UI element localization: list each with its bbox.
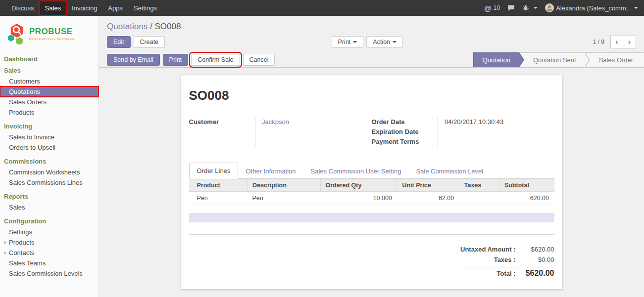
notes-section-strip: [189, 213, 554, 222]
untaxed-amount-value: $620.00: [516, 246, 554, 253]
sidebar-item-label: Products: [9, 239, 34, 246]
print-dropdown[interactable]: Print: [332, 36, 364, 48]
column-ordered-qty: Ordered Qty: [320, 179, 397, 192]
avatar: [545, 3, 554, 12]
sidebar-heading-invoicing[interactable]: Invoicing: [0, 121, 99, 132]
tab-sale-commission-level[interactable]: Sale Commission Level: [408, 164, 491, 179]
sidebar-item-reports-sales[interactable]: Sales: [0, 202, 99, 212]
table-row[interactable]: Pen Pen 10.000 62.00 620.00: [189, 192, 554, 205]
logo-subtitle: PROFESSIONAL BUSINESS: [29, 38, 74, 41]
tab-other-information[interactable]: Other Information: [238, 164, 303, 179]
section-separator: [189, 234, 554, 237]
user-menu[interactable]: Alexandra (Sales_comm..: [545, 3, 638, 12]
order-date-value: 04/20/2017 10:30:43: [438, 117, 554, 127]
create-button[interactable]: Create: [134, 36, 165, 48]
expiration-date-label: Expiration Date: [372, 127, 438, 137]
main-content: Quotations / SO008 Edit Create Print Act…: [99, 16, 644, 297]
sidebar-heading-reports[interactable]: Reports: [0, 191, 99, 202]
sidebar-item-settings[interactable]: Settings: [0, 227, 99, 237]
chevron-down-icon: [534, 7, 538, 9]
sidebar-item-sales-commissions-lines[interactable]: Sales Commissions Lines: [0, 177, 99, 188]
pager-next-button[interactable]: ›: [623, 36, 636, 48]
chevron-down-icon: [353, 41, 357, 43]
sidebar-item-config-products[interactable]: Products: [0, 237, 99, 248]
total-label: Total :: [496, 270, 515, 277]
sidebar-item-sales-teams[interactable]: Sales Teams: [0, 258, 99, 268]
customer-value[interactable]: Jackpson: [255, 117, 372, 147]
status-quotation[interactable]: Quotation: [473, 52, 519, 67]
taxes-value: $0.00: [516, 256, 554, 263]
action-dropdown[interactable]: Action: [366, 36, 403, 48]
breadcrumb-quotations-link[interactable]: Quotations: [107, 22, 148, 31]
expiration-date-value: [438, 127, 554, 137]
totals-block: Untaxed Amount : $620.00 Taxes : $0.00 T…: [426, 244, 554, 279]
sidebar-item-quotations[interactable]: Quotations: [0, 86, 99, 97]
sidebar-item-sales-to-invoice[interactable]: Sales to Invoice: [0, 132, 99, 142]
field-groups: Customer Jackpson Order Date 04/20/2017 …: [189, 117, 554, 147]
cell-description: Pen: [248, 192, 321, 205]
edit-button[interactable]: Edit: [107, 36, 131, 48]
menu-sales[interactable]: Sales: [40, 1, 67, 15]
column-description: Description: [248, 179, 321, 192]
logo-title: PROBUSE: [29, 27, 74, 37]
column-unit-price: Unit Price: [397, 179, 459, 192]
sidebar-item-label: Contacts: [9, 249, 34, 256]
menu-discuss[interactable]: Discuss: [6, 1, 40, 15]
tab-sales-commission-user-setting[interactable]: Sales Commission User Setting: [303, 164, 409, 179]
sidebar-heading-configuration[interactable]: Configuration: [0, 215, 99, 227]
breadcrumb-separator: /: [150, 22, 152, 31]
sidebar-item-config-contacts[interactable]: Contacts: [0, 248, 99, 258]
sidebar-item-products[interactable]: Products: [0, 107, 99, 118]
send-by-email-button[interactable]: Send by Email: [107, 54, 160, 66]
total-value: $620.00: [516, 269, 554, 278]
sidebar-item-customers[interactable]: Customers: [0, 76, 99, 86]
tab-order-lines[interactable]: Order Lines: [189, 163, 239, 179]
topbar: Discuss Sales Invoicing Apps Settings @ …: [0, 0, 644, 16]
status-quotation-sent[interactable]: Quotation Sent: [519, 52, 585, 67]
sidebar-item-sales-commission-levels[interactable]: Sales Commission Levels: [0, 268, 99, 279]
bug-icon: [522, 4, 529, 11]
sidebar-item-sales-orders[interactable]: Sales Orders: [0, 97, 99, 107]
sidebar: PROBUSE PROFESSIONAL BUSINESS Dashboard …: [0, 16, 99, 297]
messages-button[interactable]: [507, 4, 515, 11]
debug-menu[interactable]: [522, 4, 538, 11]
breadcrumb-current: SO008: [154, 22, 181, 31]
sidebar-heading-sales[interactable]: Sales: [0, 65, 99, 76]
activities-count: 10: [494, 4, 500, 11]
expand-caret-icon: [4, 252, 6, 255]
confirm-sale-button[interactable]: Confirm Sale: [191, 54, 240, 66]
column-taxes: Taxes: [459, 179, 499, 192]
sidebar-heading-dashboard[interactable]: Dashboard: [0, 53, 99, 65]
sidebar-heading-commissions[interactable]: Commissions: [0, 156, 99, 167]
activities-icon: @: [484, 4, 492, 12]
menu-settings[interactable]: Settings: [128, 1, 162, 15]
print-button[interactable]: Print: [163, 54, 189, 66]
action-dropdown-label: Action: [373, 39, 390, 45]
cancel-button[interactable]: Cancel: [243, 54, 275, 66]
menu-apps[interactable]: Apps: [102, 1, 128, 15]
chevron-down-icon: [634, 7, 638, 9]
status-sales-order[interactable]: Sales Order: [585, 52, 644, 67]
cell-ordered-qty: 10.000: [320, 192, 397, 205]
menu-invoicing[interactable]: Invoicing: [66, 1, 102, 15]
sidebar-nav: Dashboard Sales Customers Quotations Sal…: [0, 53, 99, 279]
order-date-label: Order Date: [372, 117, 438, 127]
pager-previous-button[interactable]: ‹: [610, 36, 623, 48]
pager-counter: 1 / 9: [593, 39, 604, 45]
taxes-label: Taxes :: [494, 256, 516, 263]
cell-unit-price: 62.00: [397, 192, 459, 205]
table-header-row: Product Description Ordered Qty Unit Pri…: [189, 179, 554, 192]
untaxed-amount-label: Untaxed Amount :: [460, 246, 515, 253]
message-bubble-icon: [507, 4, 515, 11]
column-subtotal: Subtotal: [499, 179, 554, 192]
breadcrumb: Quotations / SO008: [99, 16, 644, 32]
activities-indicator[interactable]: @ 10: [484, 4, 500, 12]
cell-product[interactable]: Pen: [189, 192, 248, 205]
form-sheet: SO008 Customer Jackpson Order Date 04/20…: [181, 75, 563, 290]
cell-taxes: [459, 192, 499, 205]
order-lines-table: Product Description Ordered Qty Unit Pri…: [189, 179, 554, 205]
print-dropdown-label: Print: [338, 39, 351, 45]
sidebar-item-orders-to-upsell[interactable]: Orders to Upsell: [0, 142, 99, 153]
probuse-logo: PROBUSE PROFESSIONAL BUSINESS: [0, 16, 99, 52]
sidebar-item-commission-worksheets[interactable]: Commission Worksheets: [0, 167, 99, 177]
